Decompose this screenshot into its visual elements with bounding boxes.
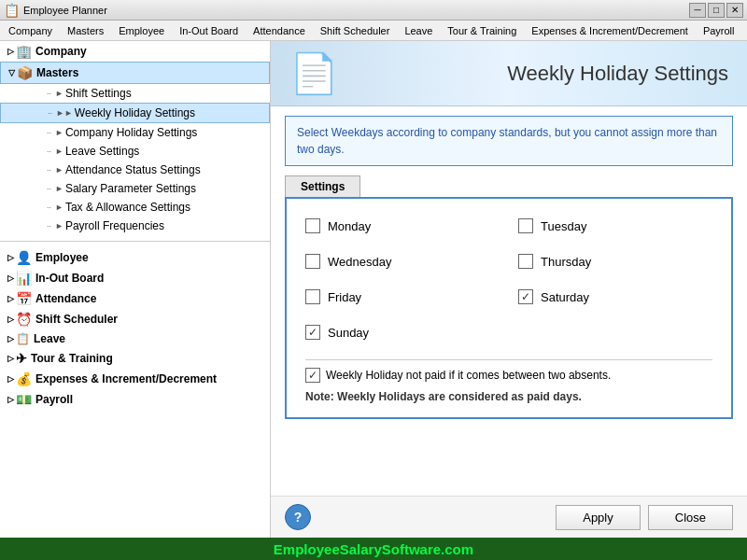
menu-bar: Company Masters Employee In-Out Board At… [0,21,747,41]
info-box: Select Weekdays according to company sta… [285,116,733,166]
masters-label: Masters [36,66,78,79]
note-bold: Note: [305,390,334,403]
sidebar: ▷ 🏢 Company ▽ 📦 Masters ·· ► Shift Setti… [0,41,271,538]
sidebar-item-payroll[interactable]: ▷ 💵 Payroll [0,389,270,410]
wednesday-checkbox[interactable] [305,254,320,269]
arrow-icon: ► [55,165,63,175]
sidebar-item-inout-board[interactable]: ▷ 📊 In-Out Board [0,268,270,288]
sidebar-item-payroll-frequencies[interactable]: ·· ► Payroll Frequencies [0,217,270,235]
leave-label: Leave [34,332,65,345]
arrow-icon: ► [55,184,63,193]
days-grid: Monday Tuesday Wednesday T [305,213,712,345]
arrow-icon: ► [55,128,63,137]
inout-label: In-Out Board [35,272,104,285]
maximize-button[interactable]: □ [708,3,725,18]
monday-checkbox[interactable] [305,218,320,233]
menu-inout-board[interactable]: In-Out Board [173,22,245,39]
menu-shift-scheduler[interactable]: Shift Scheduler [314,22,397,39]
sidebar-item-employee[interactable]: ▷ 👤 Employee [0,247,270,268]
payroll-label: Payroll [35,393,73,406]
sidebar-item-attendance[interactable]: ▷ 📅 Attendance [0,288,270,309]
help-button[interactable]: ? [285,504,311,530]
dot-icon: ·· [47,165,51,175]
dot-icon: ·· [47,89,51,98]
thursday-label: Thursday [541,255,591,269]
menu-payroll[interactable]: Payroll [697,22,741,39]
sidebar-item-weekly-holiday[interactable]: ·· ►► Weekly Holiday Settings [0,103,270,123]
dot-icon: ·· [47,221,51,231]
sidebar-item-tour[interactable]: ▷ ✈ Tour & Training [0,348,270,369]
expand-icon: ▷ [7,334,14,343]
menu-employee[interactable]: Employee [112,22,171,39]
weekly-holiday-label: Weekly Holiday Settings [75,106,195,119]
sidebar-item-tax-allowance[interactable]: ·· ► Tax & Allowance Settings [0,198,270,217]
masters-icon: 📦 [17,65,33,80]
menu-company[interactable]: Company [2,22,59,39]
page-title: Weekly Holiday Settings [507,62,728,86]
dot-icon: ·· [47,203,51,212]
sidebar-item-shift-scheduler[interactable]: ▷ ⏰ Shift Scheduler [0,309,270,329]
tax-allowance-label: Tax & Allowance Settings [65,201,190,214]
thursday-row: Thursday [518,248,712,274]
sidebar-item-leave-settings[interactable]: ·· ► Leave Settings [0,142,270,161]
note-area: Note: Weekly Holidays are considered as … [305,390,712,403]
arrow-icon: ► [55,221,63,231]
weekly-holiday-option: Weekly Holiday not paid if it comes betw… [305,368,712,383]
menu-leave[interactable]: Leave [398,22,439,39]
sidebar-item-attendance-status[interactable]: ·· ► Attendance Status Settings [0,161,270,179]
apply-button[interactable]: Apply [556,505,641,530]
sidebar-item-salary-parameter[interactable]: ·· ► Salary Parameter Settings [0,179,270,198]
sunday-checkbox[interactable] [305,325,320,340]
company-icon: 🏢 [16,44,32,59]
expenses-label: Expenses & Increment/Decrement [35,372,217,385]
saturday-label: Saturday [541,290,589,304]
menu-tour-training[interactable]: Tour & Training [441,22,523,39]
arrow-icon: ► [55,89,63,98]
sidebar-item-company-holiday[interactable]: ·· ► Company Holiday Settings [0,123,270,142]
tuesday-checkbox[interactable] [518,218,533,233]
close-button[interactable]: Close [648,505,733,530]
expand-icon: ▷ [7,253,14,262]
bottom-bar: ? Apply Close [271,496,747,538]
weekly-holiday-option-label: Weekly Holiday not paid if it comes betw… [326,369,611,382]
arrow-icon: ►► [56,108,73,118]
sidebar-item-masters[interactable]: ▽ 📦 Masters [0,62,270,84]
employee-label: Employee [35,251,89,264]
friday-checkbox[interactable] [305,289,320,304]
weekly-holiday-checkbox[interactable] [305,368,320,383]
tour-label: Tour & Training [31,352,113,365]
content-header: 📄 Weekly Holiday Settings [271,41,747,106]
dot-icon: ·· [47,184,51,193]
saturday-checkbox[interactable] [518,289,533,304]
menu-expenses[interactable]: Expenses & Increment/Decrement [525,22,695,39]
sidebar-item-shift-settings[interactable]: ·· ► Shift Settings [0,84,270,103]
tab-area: Settings Monday Tuesday [285,175,733,419]
expand-icon: ▷ [7,294,14,303]
expand-icon: ▽ [8,68,15,77]
minimize-button[interactable]: ─ [689,3,706,18]
sidebar-item-leave[interactable]: ▷ 📋 Leave [0,329,270,348]
menu-masters[interactable]: Masters [61,22,110,39]
attendance-icon: 📅 [16,291,32,306]
note-text: Weekly Holidays are considered as paid d… [337,390,582,403]
expand-icon: ▷ [7,273,14,283]
thursday-checkbox[interactable] [518,254,533,269]
shift-scheduler-icon: ⏰ [16,312,32,327]
settings-tab[interactable]: Settings [285,175,360,197]
arrow-icon: ► [55,147,63,156]
attendance-label: Attendance [35,292,96,305]
expand-icon: ▷ [7,354,14,363]
expenses-icon: 💰 [16,371,32,386]
menu-attendance[interactable]: Attendance [247,22,312,39]
employee-icon: 👤 [16,250,32,265]
sunday-label: Sunday [328,326,369,340]
app-title: Employee Planner [23,5,107,16]
sidebar-item-expenses[interactable]: ▷ 💰 Expenses & Increment/Decrement [0,369,270,389]
sunday-row: Sunday [305,319,500,345]
expand-icon: ▷ [7,395,14,404]
window-controls: ─ □ ✕ [689,3,743,18]
arrow-icon: ► [55,203,63,212]
dot-icon: ·· [48,108,52,118]
close-button[interactable]: ✕ [726,3,743,18]
sidebar-item-company[interactable]: ▷ 🏢 Company [0,41,270,62]
